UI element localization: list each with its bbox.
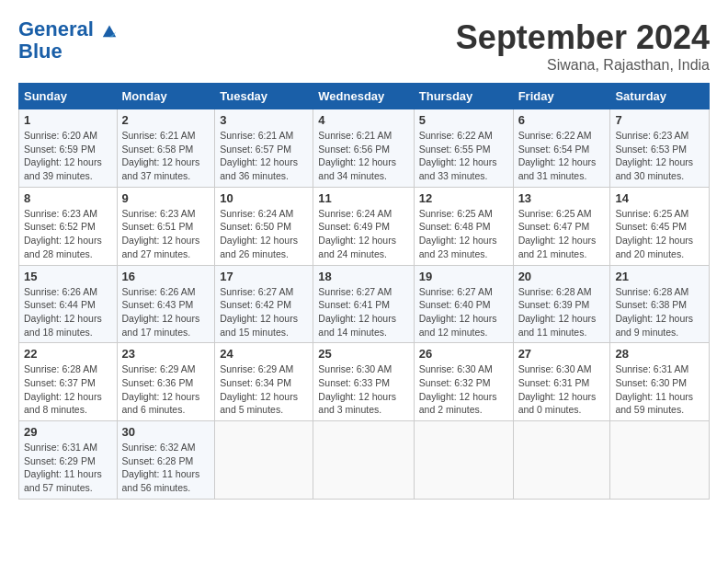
calendar-cell: 29Sunrise: 6:31 AM Sunset: 6:29 PM Dayli…	[19, 421, 118, 500]
column-header-sunday: Sunday	[19, 84, 118, 109]
calendar-table: SundayMondayTuesdayWednesdayThursdayFrid…	[18, 83, 710, 500]
calendar-cell: 8Sunrise: 6:23 AM Sunset: 6:52 PM Daylig…	[19, 187, 118, 265]
day-number: 6	[518, 113, 606, 127]
logo-text: General	[18, 18, 118, 40]
calendar-cell: 7Sunrise: 6:23 AM Sunset: 6:53 PM Daylig…	[610, 109, 710, 188]
day-number: 23	[122, 347, 210, 361]
title-block: September 2024 Siwana, Rajasthan, India	[456, 18, 710, 74]
calendar-cell: 25Sunrise: 6:30 AM Sunset: 6:33 PM Dayli…	[313, 343, 414, 421]
day-number: 24	[220, 347, 308, 361]
svg-marker-0	[103, 26, 116, 38]
day-number: 2	[122, 113, 210, 127]
day-number: 27	[518, 347, 606, 361]
day-number: 21	[615, 270, 704, 283]
day-info: Sunrise: 6:28 AM Sunset: 6:37 PM Dayligh…	[24, 362, 112, 417]
day-info: Sunrise: 6:32 AM Sunset: 6:28 PM Dayligh…	[122, 441, 210, 495]
day-info: Sunrise: 6:23 AM Sunset: 6:52 PM Dayligh…	[24, 207, 112, 261]
day-number: 1	[24, 113, 112, 127]
day-info: Sunrise: 6:21 AM Sunset: 6:57 PM Dayligh…	[220, 129, 308, 183]
day-number: 5	[419, 113, 508, 127]
day-info: Sunrise: 6:21 AM Sunset: 6:58 PM Dayligh…	[122, 129, 210, 183]
calendar-week-row: 8Sunrise: 6:23 AM Sunset: 6:52 PM Daylig…	[19, 187, 710, 265]
day-number: 10	[220, 191, 308, 205]
day-number: 26	[419, 347, 508, 361]
column-header-monday: Monday	[117, 84, 215, 109]
day-number: 14	[615, 191, 704, 205]
day-number: 16	[122, 270, 210, 283]
day-number: 17	[220, 270, 308, 283]
calendar-cell	[313, 421, 414, 500]
calendar-cell: 5Sunrise: 6:22 AM Sunset: 6:55 PM Daylig…	[414, 109, 513, 188]
calendar-week-row: 22Sunrise: 6:28 AM Sunset: 6:37 PM Dayli…	[19, 343, 710, 421]
day-number: 9	[122, 191, 210, 205]
day-info: Sunrise: 6:27 AM Sunset: 6:42 PM Dayligh…	[220, 285, 308, 339]
calendar-cell: 11Sunrise: 6:24 AM Sunset: 6:49 PM Dayli…	[313, 187, 414, 265]
day-info: Sunrise: 6:25 AM Sunset: 6:48 PM Dayligh…	[419, 207, 508, 261]
calendar-cell: 14Sunrise: 6:25 AM Sunset: 6:45 PM Dayli…	[610, 187, 710, 265]
day-info: Sunrise: 6:25 AM Sunset: 6:45 PM Dayligh…	[615, 207, 704, 261]
day-info: Sunrise: 6:28 AM Sunset: 6:38 PM Dayligh…	[615, 285, 704, 339]
calendar-week-row: 15Sunrise: 6:26 AM Sunset: 6:44 PM Dayli…	[19, 265, 710, 343]
day-info: Sunrise: 6:20 AM Sunset: 6:59 PM Dayligh…	[24, 129, 112, 183]
day-info: Sunrise: 6:23 AM Sunset: 6:53 PM Dayligh…	[615, 129, 704, 183]
day-number: 12	[419, 191, 508, 205]
day-number: 28	[615, 347, 704, 361]
day-info: Sunrise: 6:24 AM Sunset: 6:49 PM Dayligh…	[318, 207, 408, 261]
day-number: 22	[24, 347, 112, 361]
day-info: Sunrise: 6:27 AM Sunset: 6:41 PM Dayligh…	[318, 285, 408, 339]
calendar-header-row: SundayMondayTuesdayWednesdayThursdayFrid…	[19, 84, 710, 109]
day-number: 18	[318, 270, 408, 283]
day-number: 20	[518, 270, 606, 283]
day-info: Sunrise: 6:22 AM Sunset: 6:54 PM Dayligh…	[518, 129, 606, 183]
calendar-cell: 23Sunrise: 6:29 AM Sunset: 6:36 PM Dayli…	[117, 343, 215, 421]
day-info: Sunrise: 6:31 AM Sunset: 6:30 PM Dayligh…	[615, 362, 704, 417]
day-info: Sunrise: 6:27 AM Sunset: 6:40 PM Dayligh…	[419, 285, 508, 339]
calendar-cell	[610, 421, 710, 500]
day-info: Sunrise: 6:26 AM Sunset: 6:44 PM Dayligh…	[24, 285, 112, 339]
calendar-cell: 13Sunrise: 6:25 AM Sunset: 6:47 PM Dayli…	[513, 187, 610, 265]
calendar-cell	[215, 421, 313, 500]
calendar-cell: 20Sunrise: 6:28 AM Sunset: 6:39 PM Dayli…	[513, 265, 610, 343]
logo-line2: Blue	[18, 40, 118, 63]
day-info: Sunrise: 6:29 AM Sunset: 6:34 PM Dayligh…	[220, 362, 308, 417]
day-info: Sunrise: 6:23 AM Sunset: 6:51 PM Dayligh…	[122, 207, 210, 261]
column-header-saturday: Saturday	[610, 84, 710, 109]
day-info: Sunrise: 6:26 AM Sunset: 6:43 PM Dayligh…	[122, 285, 210, 339]
day-info: Sunrise: 6:30 AM Sunset: 6:33 PM Dayligh…	[318, 362, 408, 417]
column-header-tuesday: Tuesday	[215, 84, 313, 109]
day-number: 7	[615, 113, 704, 127]
calendar-cell: 27Sunrise: 6:30 AM Sunset: 6:31 PM Dayli…	[513, 343, 610, 421]
column-header-friday: Friday	[513, 84, 610, 109]
calendar-cell: 26Sunrise: 6:30 AM Sunset: 6:32 PM Dayli…	[414, 343, 513, 421]
calendar-cell: 3Sunrise: 6:21 AM Sunset: 6:57 PM Daylig…	[215, 109, 313, 188]
day-number: 15	[24, 270, 112, 283]
calendar-cell: 9Sunrise: 6:23 AM Sunset: 6:51 PM Daylig…	[117, 187, 215, 265]
calendar-cell: 6Sunrise: 6:22 AM Sunset: 6:54 PM Daylig…	[513, 109, 610, 188]
day-number: 4	[318, 113, 408, 127]
calendar-cell: 30Sunrise: 6:32 AM Sunset: 6:28 PM Dayli…	[117, 421, 215, 500]
day-info: Sunrise: 6:30 AM Sunset: 6:32 PM Dayligh…	[419, 362, 508, 417]
day-info: Sunrise: 6:22 AM Sunset: 6:55 PM Dayligh…	[419, 129, 508, 183]
calendar-cell: 15Sunrise: 6:26 AM Sunset: 6:44 PM Dayli…	[19, 265, 118, 343]
month-title: September 2024	[456, 18, 710, 57]
day-info: Sunrise: 6:29 AM Sunset: 6:36 PM Dayligh…	[122, 362, 210, 417]
calendar-cell	[513, 421, 610, 500]
logo: General Blue	[18, 18, 118, 63]
calendar-cell	[414, 421, 513, 500]
day-number: 8	[24, 191, 112, 205]
calendar-cell: 10Sunrise: 6:24 AM Sunset: 6:50 PM Dayli…	[215, 187, 313, 265]
day-number: 3	[220, 113, 308, 127]
day-info: Sunrise: 6:30 AM Sunset: 6:31 PM Dayligh…	[518, 362, 606, 417]
column-header-wednesday: Wednesday	[313, 84, 414, 109]
column-header-thursday: Thursday	[414, 84, 513, 109]
day-info: Sunrise: 6:31 AM Sunset: 6:29 PM Dayligh…	[24, 441, 112, 495]
day-number: 30	[122, 425, 210, 439]
location-subtitle: Siwana, Rajasthan, India	[456, 57, 710, 74]
calendar-cell: 12Sunrise: 6:25 AM Sunset: 6:48 PM Dayli…	[414, 187, 513, 265]
calendar-cell: 24Sunrise: 6:29 AM Sunset: 6:34 PM Dayli…	[215, 343, 313, 421]
calendar-cell: 18Sunrise: 6:27 AM Sunset: 6:41 PM Dayli…	[313, 265, 414, 343]
day-number: 13	[518, 191, 606, 205]
calendar-week-row: 29Sunrise: 6:31 AM Sunset: 6:29 PM Dayli…	[19, 421, 710, 500]
day-number: 29	[24, 425, 112, 439]
calendar-cell: 4Sunrise: 6:21 AM Sunset: 6:56 PM Daylig…	[313, 109, 414, 188]
